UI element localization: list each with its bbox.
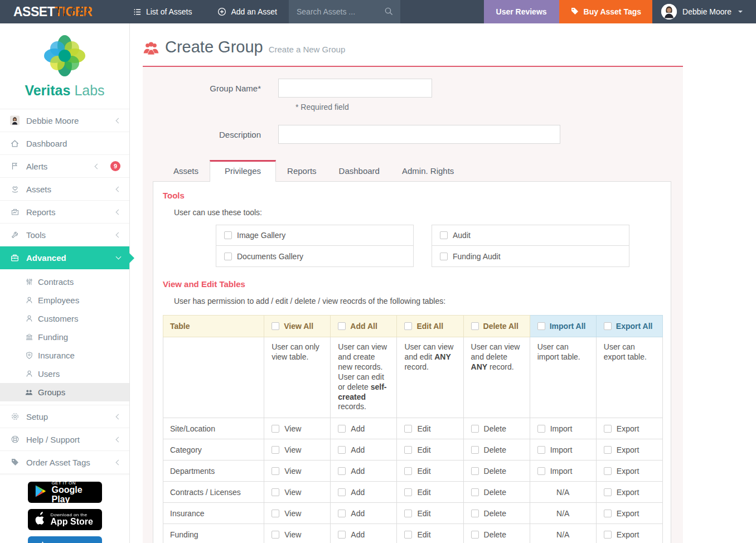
sidebar-item-help-support[interactable]: Help / Support bbox=[0, 428, 129, 451]
row-name: Departments bbox=[170, 467, 215, 476]
audit-checkbox[interactable] bbox=[440, 231, 448, 239]
delete-all-checkbox[interactable] bbox=[471, 322, 479, 330]
add-label: Add bbox=[351, 530, 365, 539]
import-label: Import bbox=[550, 445, 573, 454]
funding-audit-checkbox[interactable] bbox=[440, 253, 448, 260]
edit-checkbox[interactable] bbox=[404, 510, 412, 517]
group-name-input[interactable] bbox=[278, 79, 432, 98]
tab-assets[interactable]: Assets bbox=[162, 161, 210, 181]
app-store-badge[interactable]: Download on theApp Store bbox=[28, 509, 102, 530]
user-reviews-button[interactable]: User Reviews bbox=[484, 0, 559, 23]
view-checkbox[interactable] bbox=[272, 531, 279, 539]
add-checkbox[interactable] bbox=[338, 446, 346, 454]
submenu-item-funding[interactable]: Funding bbox=[0, 328, 129, 346]
delete-checkbox[interactable] bbox=[471, 467, 479, 475]
logo-secondary-text: Labs bbox=[74, 83, 104, 98]
view-checkbox[interactable] bbox=[272, 446, 279, 454]
export-checkbox[interactable] bbox=[604, 510, 612, 517]
capterra-flame-icon bbox=[38, 541, 47, 543]
submenu-item-customers[interactable]: Customers bbox=[0, 309, 129, 328]
search-icon[interactable] bbox=[384, 7, 394, 18]
add-all-checkbox[interactable] bbox=[338, 322, 346, 330]
add-checkbox[interactable] bbox=[338, 531, 346, 539]
import-checkbox[interactable] bbox=[537, 446, 545, 454]
sidebar-item-alerts[interactable]: Alerts 9 bbox=[0, 155, 129, 178]
sidebar-item-label: Alerts bbox=[26, 162, 89, 171]
list-of-assets-link[interactable]: List of Assets bbox=[125, 0, 200, 23]
edit-checkbox[interactable] bbox=[404, 531, 412, 539]
row-name: Contracts / Licenses bbox=[170, 488, 241, 497]
buy-asset-tags-button[interactable]: Buy Asset Tags bbox=[559, 0, 652, 23]
chevron-left-icon bbox=[116, 437, 122, 442]
export-checkbox[interactable] bbox=[604, 488, 612, 496]
tab-dashboard[interactable]: Dashboard bbox=[328, 161, 391, 181]
add-checkbox[interactable] bbox=[338, 425, 346, 433]
delete-label: Delete bbox=[484, 467, 506, 476]
sidebar-item-setup[interactable]: Setup bbox=[0, 405, 129, 428]
sidebar-item-assets[interactable]: Assets bbox=[0, 178, 129, 201]
import-checkbox[interactable] bbox=[537, 425, 545, 433]
add-checkbox[interactable] bbox=[338, 467, 346, 475]
list-of-assets-label: List of Assets bbox=[146, 7, 192, 16]
tab-admin-rights[interactable]: Admin. Rights bbox=[391, 161, 465, 181]
chevron-left-icon bbox=[116, 459, 122, 465]
desc-import-all: User can import table. bbox=[530, 337, 596, 418]
add-an-asset-link[interactable]: Add an Asset bbox=[209, 0, 285, 23]
edit-checkbox[interactable] bbox=[404, 467, 412, 475]
capterra-badge[interactable]: Capterra bbox=[28, 536, 102, 543]
view-checkbox[interactable] bbox=[272, 425, 279, 433]
export-checkbox[interactable] bbox=[604, 425, 612, 433]
person-icon bbox=[25, 370, 33, 378]
tab-privileges[interactable]: Privileges bbox=[210, 160, 276, 182]
edit-checkbox[interactable] bbox=[404, 425, 412, 433]
view-label: View bbox=[284, 530, 301, 539]
delete-checkbox[interactable] bbox=[471, 488, 479, 496]
tool-option-funding-audit: Funding Audit bbox=[432, 246, 629, 266]
delete-checkbox[interactable] bbox=[471, 446, 479, 454]
edit-checkbox[interactable] bbox=[404, 488, 412, 496]
import-all-checkbox[interactable] bbox=[537, 322, 545, 330]
submenu-item-groups[interactable]: Groups bbox=[0, 383, 129, 401]
chevron-left-icon bbox=[116, 186, 122, 192]
import-checkbox[interactable] bbox=[537, 467, 545, 475]
tab-reports[interactable]: Reports bbox=[276, 161, 328, 181]
delete-checkbox[interactable] bbox=[471, 510, 479, 517]
sidebar-item-advanced[interactable]: Advanced bbox=[0, 246, 129, 269]
edit-all-checkbox[interactable] bbox=[404, 322, 412, 330]
view-all-checkbox[interactable] bbox=[272, 322, 279, 330]
submenu-item-users[interactable]: Users bbox=[0, 365, 129, 383]
user-menu[interactable]: Debbie Moore bbox=[652, 0, 756, 23]
edit-checkbox[interactable] bbox=[404, 446, 412, 454]
submenu-item-employees[interactable]: Employees bbox=[0, 291, 129, 309]
export-checkbox[interactable] bbox=[604, 531, 612, 539]
submenu-item-contracts[interactable]: Contracts bbox=[0, 273, 129, 291]
add-checkbox[interactable] bbox=[338, 488, 346, 496]
sidebar-item-reports[interactable]: Reports bbox=[0, 201, 129, 224]
assettiger-logo[interactable]: ASSETTIGER bbox=[0, 0, 104, 23]
add-checkbox[interactable] bbox=[338, 510, 346, 517]
search-input[interactable] bbox=[289, 0, 400, 23]
tables-intro: User has permission to add / edit / dele… bbox=[174, 297, 661, 306]
view-checkbox[interactable] bbox=[272, 467, 279, 475]
documents-gallery-checkbox[interactable] bbox=[224, 253, 232, 260]
sidebar-item-profile[interactable]: Debbie Moore bbox=[0, 109, 129, 132]
export-checkbox[interactable] bbox=[604, 467, 612, 475]
view-checkbox[interactable] bbox=[272, 510, 279, 517]
submenu-item-insurance[interactable]: Insurance bbox=[0, 346, 129, 365]
view-checkbox[interactable] bbox=[272, 488, 279, 496]
sidebar-item-dashboard[interactable]: Dashboard bbox=[0, 132, 129, 155]
description-input[interactable] bbox=[278, 125, 560, 144]
sidebar-item-order-asset-tags[interactable]: Order Asset Tags bbox=[0, 451, 129, 474]
sidebar-item-tools[interactable]: Tools bbox=[0, 224, 129, 246]
image-gallery-checkbox[interactable] bbox=[224, 231, 232, 239]
delete-checkbox[interactable] bbox=[471, 531, 479, 539]
delete-checkbox[interactable] bbox=[471, 425, 479, 433]
sidebar-item-label: Help / Support bbox=[26, 435, 110, 444]
export-checkbox[interactable] bbox=[604, 446, 612, 454]
export-all-checkbox[interactable] bbox=[604, 322, 612, 330]
sidebar: Veritas Labs Debbie Moore Dashboard Aler… bbox=[0, 23, 130, 543]
submenu-item-label: Groups bbox=[38, 387, 65, 397]
google-play-badge[interactable]: GET IT ONGoogle Play bbox=[28, 482, 102, 503]
tool-option-label: Documents Gallery bbox=[237, 252, 303, 261]
submenu-item-label: Funding bbox=[38, 332, 68, 342]
